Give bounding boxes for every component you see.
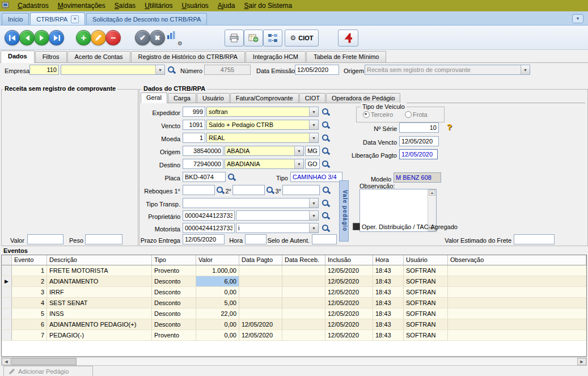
selo-autent-input[interactable] xyxy=(312,234,337,244)
destino-combo[interactable]: ABADIANIA ▼ xyxy=(225,159,304,169)
tab-close-icon[interactable]: × xyxy=(71,15,79,23)
tipo-transp-combo[interactable]: ▼ xyxy=(183,198,319,208)
column-header-valor[interactable]: Valor xyxy=(196,255,239,265)
column-header-data-pagto[interactable]: Data Pagto xyxy=(239,255,282,265)
origem-combo[interactable]: Receita sem registro de comprovante ▼ xyxy=(365,65,530,75)
tab-list-dropdown-button[interactable]: ▾ xyxy=(572,14,583,23)
column-header-descricao[interactable]: Descrição xyxy=(47,255,152,265)
reboque3-search-icon[interactable] xyxy=(322,186,331,195)
reboque2-input[interactable] xyxy=(232,185,265,195)
eventos-row[interactable]: 3 IRRF Desconto 0,00 12/05/2020 18:43 SO… xyxy=(2,287,586,298)
previous-record-button[interactable] xyxy=(19,30,35,45)
empresa-search-icon[interactable] xyxy=(167,66,176,74)
column-header-data-receb[interactable]: Data Receb. xyxy=(282,255,325,265)
page-tab[interactable]: Integração HCM xyxy=(246,51,306,62)
numero-input[interactable] xyxy=(204,65,251,75)
motorista-code-input[interactable] xyxy=(183,223,235,233)
proprietario-search-icon[interactable] xyxy=(322,212,330,220)
origem-cidade-search-icon[interactable] xyxy=(322,147,330,155)
vencto-search-icon[interactable] xyxy=(322,121,330,129)
reboque1-input[interactable] xyxy=(183,185,215,195)
scroll-left-button[interactable]: ◀ xyxy=(2,358,11,365)
eventos-row[interactable]: 5 INSS Desconto 22,00 12/05/2020 18:43 S… xyxy=(2,309,586,319)
ctrb-tab[interactable]: Operadora de Pedágio xyxy=(326,93,400,103)
liberacao-pagto-input[interactable] xyxy=(399,149,438,159)
reboque3-input[interactable] xyxy=(282,185,320,195)
integration-button[interactable] xyxy=(263,29,282,47)
tipo-transp-search-icon[interactable] xyxy=(322,199,330,208)
ctrb-tab[interactable]: CIOT xyxy=(299,93,325,103)
expedidor-code-input[interactable] xyxy=(183,107,205,117)
empresa-combo[interactable]: ▼ xyxy=(61,65,165,75)
eventos-row[interactable]: 7 PEDAGIO(-) Provento 0,00 12/05/2020 12… xyxy=(2,330,586,341)
chart-button[interactable]: ⚙ xyxy=(167,31,181,45)
placa-search-icon[interactable] xyxy=(227,173,236,181)
cancel-button[interactable]: ✖ xyxy=(150,30,165,45)
proprietario-code-input[interactable] xyxy=(183,210,235,221)
page-tab[interactable]: Filtros xyxy=(35,51,67,62)
vencto-combo[interactable]: Saldo + Pedagio CTRB ▼ xyxy=(206,120,319,130)
moeda-combo[interactable]: REAL ▼ xyxy=(206,133,319,143)
modelo-input[interactable] xyxy=(394,172,441,183)
menu-item[interactable]: Cadastros xyxy=(13,0,53,11)
vencto-code-input[interactable] xyxy=(183,120,205,130)
eventos-row[interactable]: 1 FRETE MOTORISTA Provento 1.000,00 12/0… xyxy=(2,265,586,276)
adicionar-pedagio-button[interactable]: Adicionar Pedágio xyxy=(3,366,93,376)
document-tab[interactable]: CTRB/RPA × xyxy=(30,12,85,25)
origem-uf-input[interactable] xyxy=(305,146,320,156)
menu-item[interactable]: Saídas xyxy=(110,0,140,11)
origem-cidade-combo[interactable]: ABADIA ▼ xyxy=(225,146,304,156)
document-tab[interactable]: Solicitação de Desconto no CTRB/RPA × xyxy=(86,13,207,25)
horizontal-scrollbar[interactable]: ◀ ▶ xyxy=(1,357,587,366)
valor-estimado-input[interactable] xyxy=(514,234,555,244)
tipo-veiculo-input[interactable] xyxy=(290,172,342,182)
empresa-code-input[interactable] xyxy=(29,65,59,75)
column-header-hora[interactable]: Hora xyxy=(373,255,404,265)
menu-item[interactable]: Ajuda xyxy=(213,0,240,11)
data-vencto-input[interactable] xyxy=(399,136,439,146)
first-record-button[interactable] xyxy=(5,30,20,45)
vale-pedagio-tab[interactable]: Vale pedágio xyxy=(339,180,349,242)
column-header-evento[interactable]: Evento xyxy=(12,255,47,265)
page-tab[interactable]: Tabela de Frete Mínimo xyxy=(306,51,387,62)
ctrb-tab[interactable]: Geral xyxy=(141,92,167,103)
eventos-row[interactable]: 6 ADIANTAMENTO PEDAGIO(+) Desconto 0,00 … xyxy=(2,319,586,330)
oper-distribuicao-checkbox[interactable] xyxy=(353,223,360,230)
expedidor-combo[interactable]: softran ▼ xyxy=(206,107,319,117)
column-header-observacao[interactable]: Observação xyxy=(448,255,586,265)
frota-radio[interactable] xyxy=(405,111,412,118)
document-tab[interactable]: Início × xyxy=(2,13,29,25)
scroll-up-icon[interactable]: ▲ xyxy=(429,189,435,196)
hora-input[interactable] xyxy=(245,234,266,244)
column-header-usuario[interactable]: Usuário xyxy=(404,255,448,265)
destino-search-icon[interactable] xyxy=(322,160,330,168)
menu-item[interactable]: Usuários xyxy=(177,0,213,11)
valor-input[interactable] xyxy=(27,234,64,244)
page-tab[interactable]: Dados xyxy=(1,50,35,63)
data-emissao-input[interactable] xyxy=(295,65,339,75)
ciot-button[interactable]: ⚙ CIOT xyxy=(285,29,319,47)
app-logo-button[interactable] xyxy=(338,29,358,47)
expedidor-search-icon[interactable] xyxy=(322,108,330,116)
delete-button[interactable]: − xyxy=(105,30,121,45)
ctrb-tab[interactable]: Usuário xyxy=(197,93,230,103)
terceiro-radio[interactable] xyxy=(363,111,370,118)
peso-input[interactable] xyxy=(85,234,122,244)
column-header-tipo[interactable]: Tipo xyxy=(152,255,196,265)
eventos-row[interactable]: 4 SEST SENAT Desconto 5,00 12/05/2020 18… xyxy=(2,298,586,309)
scrollbar-thumb[interactable] xyxy=(11,358,77,365)
menu-item[interactable]: Movimentações xyxy=(53,0,110,11)
add-button[interactable]: + xyxy=(76,30,91,45)
ctrb-tab[interactable]: Fatura/Comprovante xyxy=(230,93,299,103)
page-tab[interactable]: Registro de Histórico do CTRB/RPA xyxy=(131,51,245,62)
motorista-search-icon[interactable] xyxy=(322,224,330,233)
confirm-button[interactable]: ✔ xyxy=(135,30,150,45)
menu-item[interactable]: Utilitários xyxy=(140,0,177,11)
destino-code-input[interactable] xyxy=(183,159,223,169)
placa-input[interactable] xyxy=(183,172,226,182)
last-record-button[interactable] xyxy=(49,30,64,45)
scroll-right-button[interactable]: ▶ xyxy=(577,358,586,365)
moeda-code-input[interactable] xyxy=(183,133,205,143)
motorista-combo[interactable]: i ▼ xyxy=(236,223,319,233)
eventos-row[interactable]: ▶ 2 ADIANTAMENTO Desconto 6,00 12/05/202… xyxy=(2,276,586,287)
